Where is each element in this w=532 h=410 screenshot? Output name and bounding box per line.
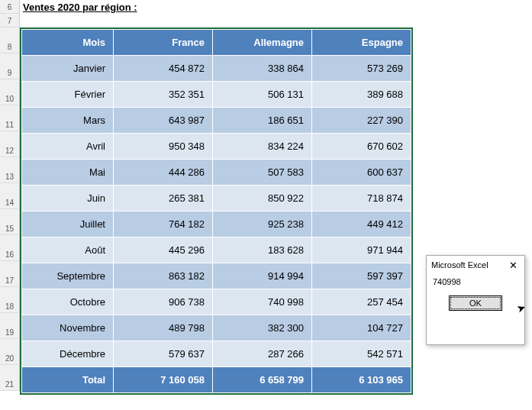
row-header[interactable]: 20 xyxy=(0,339,20,365)
cell-es[interactable]: 257 454 xyxy=(312,289,411,315)
row-header[interactable]: 6 xyxy=(0,0,20,14)
col-mois[interactable]: Mois xyxy=(22,30,114,56)
cell-mois[interactable]: Octobre xyxy=(22,289,114,315)
table-row: Juin 265 381 850 922 718 874 xyxy=(22,186,411,211)
sales-table: Mois France Allemagne Espagne Janvier 45… xyxy=(21,29,411,393)
row-header[interactable]: 7 xyxy=(0,14,20,27)
cell-fr[interactable]: 764 182 xyxy=(114,211,213,237)
cell-de[interactable]: 183 628 xyxy=(213,237,312,263)
cell-de[interactable]: 740 998 xyxy=(213,289,312,315)
row-header[interactable]: 11 xyxy=(0,105,20,131)
table-row: Mai 444 286 507 583 600 637 xyxy=(22,160,411,186)
table-row: Février 352 351 506 131 389 688 xyxy=(22,82,411,108)
row-header[interactable]: 13 xyxy=(0,157,20,183)
cell-mois[interactable]: Janvier xyxy=(22,56,114,82)
table-header-row: Mois France Allemagne Espagne xyxy=(22,30,411,56)
selection-range[interactable]: Mois France Allemagne Espagne Janvier 45… xyxy=(20,27,413,395)
cell-fr[interactable]: 454 872 xyxy=(114,56,213,82)
total-label[interactable]: Total xyxy=(22,367,114,393)
cell-fr[interactable]: 863 182 xyxy=(114,263,213,289)
cell-mois[interactable]: Mai xyxy=(22,160,114,186)
cursor-icon: ➤ xyxy=(515,300,528,315)
table-row: Août 445 296 183 628 971 944 xyxy=(22,237,411,263)
cell-fr[interactable]: 445 296 xyxy=(114,237,213,263)
cell-fr[interactable]: 444 286 xyxy=(114,160,213,186)
cell-fr[interactable]: 950 348 xyxy=(114,134,213,160)
table-row: Novembre 489 798 382 300 104 727 xyxy=(22,315,411,341)
total-fr[interactable]: 7 160 058 xyxy=(114,367,213,393)
cell-mois[interactable]: Décembre xyxy=(22,341,114,367)
cell-de[interactable]: 834 224 xyxy=(213,134,312,160)
cell-es[interactable]: 449 412 xyxy=(312,211,411,237)
col-allemagne[interactable]: Allemagne xyxy=(213,30,312,56)
row-header[interactable]: 17 xyxy=(0,261,20,287)
close-icon[interactable]: ✕ xyxy=(506,258,520,272)
total-es[interactable]: 6 103 965 xyxy=(312,367,411,393)
cell-fr[interactable]: 265 381 xyxy=(114,186,213,211)
cell-es[interactable]: 389 688 xyxy=(312,82,411,108)
cell-es[interactable]: 573 269 xyxy=(312,56,411,82)
cell-de[interactable]: 506 131 xyxy=(213,82,312,108)
table-container: 8 9 10 11 12 13 14 15 16 17 18 19 20 21 … xyxy=(0,27,413,395)
table-row: Septembre 863 182 914 994 597 397 xyxy=(22,263,411,289)
row-header[interactable]: 21 xyxy=(0,365,20,391)
cell-es[interactable]: 600 637 xyxy=(312,160,411,186)
cell-es[interactable]: 718 874 xyxy=(312,186,411,211)
cell-es[interactable]: 227 390 xyxy=(312,108,411,134)
ok-button[interactable]: OK xyxy=(449,295,502,311)
cell-es[interactable]: 971 944 xyxy=(312,237,411,263)
cell-de[interactable]: 507 583 xyxy=(213,160,312,186)
cell-de[interactable]: 850 922 xyxy=(213,186,312,211)
cell-mois[interactable]: Août xyxy=(22,237,114,263)
total-de[interactable]: 6 658 799 xyxy=(213,367,312,393)
col-espagne[interactable]: Espagne xyxy=(312,30,411,56)
cell-de[interactable]: 914 994 xyxy=(213,263,312,289)
cell-es[interactable]: 104 727 xyxy=(312,315,411,341)
table-row: Décembre 579 637 287 266 542 571 xyxy=(22,341,411,367)
page-title: Ventes 2020 par région : xyxy=(20,0,137,14)
cell-mois[interactable]: Juillet xyxy=(22,211,114,237)
cell-de[interactable]: 338 864 xyxy=(213,56,312,82)
row-header[interactable]: 16 xyxy=(0,235,20,261)
cell-de[interactable]: 925 238 xyxy=(213,211,312,237)
table-row: Mars 643 987 186 651 227 390 xyxy=(22,108,411,134)
table-row: Avril 950 348 834 224 670 602 xyxy=(22,134,411,160)
row-header[interactable]: 18 xyxy=(0,287,20,313)
row-header[interactable]: 14 xyxy=(0,183,20,209)
dialog-message: 740998 xyxy=(427,274,524,295)
cell-es[interactable]: 597 397 xyxy=(312,263,411,289)
row-header[interactable]: 10 xyxy=(0,79,20,105)
col-france[interactable]: France xyxy=(114,30,213,56)
row-header[interactable]: 9 xyxy=(0,53,20,79)
cell-mois[interactable]: Février xyxy=(22,82,114,108)
cell-mois[interactable]: Novembre xyxy=(22,315,114,341)
cell-fr[interactable]: 906 738 xyxy=(114,289,213,315)
row-header[interactable]: 8 xyxy=(0,27,20,53)
row-header[interactable]: 19 xyxy=(0,313,20,339)
row-headers: 8 9 10 11 12 13 14 15 16 17 18 19 20 21 xyxy=(0,27,20,395)
dialog-title: Microsoft Excel xyxy=(431,260,488,270)
dialog-titlebar[interactable]: Microsoft Excel ✕ xyxy=(427,256,524,274)
cell-fr[interactable]: 643 987 xyxy=(114,108,213,134)
cell-de[interactable]: 382 300 xyxy=(213,315,312,341)
row-header[interactable]: 15 xyxy=(0,209,20,235)
cell-mois[interactable]: Juin xyxy=(22,186,114,211)
cell-de[interactable]: 287 266 xyxy=(213,341,312,367)
table-row: Juillet 764 182 925 238 449 412 xyxy=(22,211,411,237)
cell-de[interactable]: 186 651 xyxy=(213,108,312,134)
cell-es[interactable]: 542 571 xyxy=(312,341,411,367)
spreadsheet: 6 Ventes 2020 par région : 7 8 9 10 11 1… xyxy=(0,0,413,395)
cell-fr[interactable]: 352 351 xyxy=(114,82,213,108)
cell-fr[interactable]: 579 637 xyxy=(114,341,213,367)
msgbox-dialog: Microsoft Excel ✕ 740998 OK ➤ xyxy=(426,255,525,345)
cell-fr[interactable]: 489 798 xyxy=(114,315,213,341)
cell-mois[interactable]: Avril xyxy=(22,134,114,160)
table-total-row: Total 7 160 058 6 658 799 6 103 965 xyxy=(22,367,411,393)
table-row: Octobre 906 738 740 998 257 454 xyxy=(22,289,411,315)
row-header[interactable]: 12 xyxy=(0,131,20,157)
cell-es[interactable]: 670 602 xyxy=(312,134,411,160)
table-row: Janvier 454 872 338 864 573 269 xyxy=(22,56,411,82)
cell-mois[interactable]: Septembre xyxy=(22,263,114,289)
cell-mois[interactable]: Mars xyxy=(22,108,114,134)
